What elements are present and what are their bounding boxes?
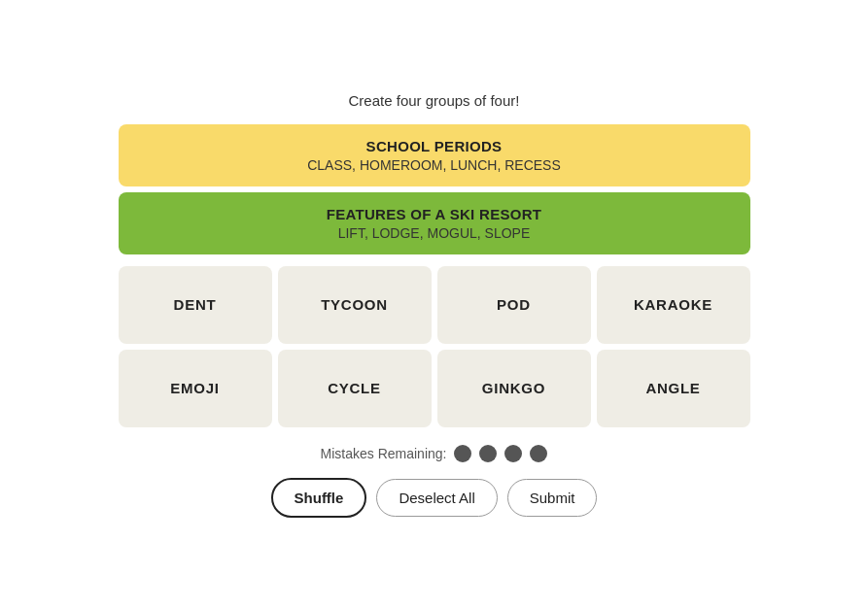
solved-groups: SCHOOL PERIODS CLASS, HOMEROOM, LUNCH, R… [119, 124, 750, 254]
mistakes-label: Mistakes Remaining: [321, 446, 447, 461]
grid-cell-angle[interactable]: ANGLE [597, 350, 750, 427]
grid-cell-pod[interactable]: POD [437, 266, 591, 344]
solved-group-yellow: SCHOOL PERIODS CLASS, HOMEROOM, LUNCH, R… [119, 124, 750, 186]
grid-cell-emoji[interactable]: EMOJI [119, 350, 272, 427]
word-grid: DENT TYCOON POD KARAOKE EMOJI CYCLE GINK… [119, 266, 750, 427]
mistake-dot-2 [479, 445, 497, 462]
solved-group-green-words: LIFT, LODGE, MOGUL, SLOPE [138, 225, 731, 241]
grid-cell-tycoon[interactable]: TYCOON [278, 266, 432, 344]
solved-group-yellow-title: SCHOOL PERIODS [138, 138, 731, 154]
mistake-dot-3 [504, 445, 522, 462]
solved-group-yellow-words: CLASS, HOMEROOM, LUNCH, RECESS [138, 157, 731, 173]
mistake-dot-4 [530, 445, 547, 462]
grid-cell-ginkgo[interactable]: GINKGO [437, 350, 591, 427]
grid-cell-cycle[interactable]: CYCLE [278, 350, 432, 427]
deselect-all-button[interactable]: Deselect All [376, 479, 497, 517]
mistake-dot-1 [454, 445, 471, 462]
instruction-text: Create four groups of four! [349, 92, 520, 109]
solved-group-green-title: FEATURES OF A SKI RESORT [138, 206, 731, 222]
grid-cell-karaoke[interactable]: KARAOKE [597, 266, 750, 344]
buttons-row: Shuffle Deselect All Submit [271, 478, 598, 518]
grid-cell-dent[interactable]: DENT [119, 266, 272, 344]
submit-button[interactable]: Submit [507, 479, 598, 517]
mistakes-row: Mistakes Remaining: [321, 445, 548, 462]
shuffle-button[interactable]: Shuffle [271, 478, 367, 518]
game-container: Create four groups of four! SCHOOL PERIO… [119, 92, 750, 518]
solved-group-green: FEATURES OF A SKI RESORT LIFT, LODGE, MO… [119, 192, 750, 254]
